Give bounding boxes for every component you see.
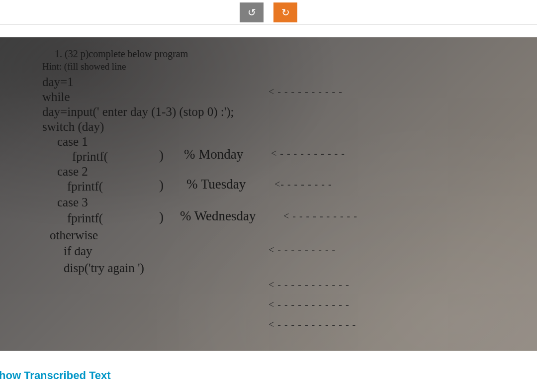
arrow-tuesday: <- - - - - - - - xyxy=(274,179,332,190)
code-case3: case 3 xyxy=(57,196,88,209)
code-fprintf1-close: ) xyxy=(159,148,164,163)
code-wednesday: % Wednesday xyxy=(180,208,256,224)
toolbar: ↺ ↻ xyxy=(0,0,537,25)
show-transcribed-link[interactable]: how Transcribed Text xyxy=(0,369,111,382)
code-fprintf3: fprintf( xyxy=(67,211,103,225)
hint-line: Hint: (fill showed line xyxy=(42,61,126,72)
code-tuesday: % Tuesday xyxy=(186,177,246,192)
rotate-right-button[interactable]: ↻ xyxy=(273,2,297,22)
code-case2: case 2 xyxy=(57,165,88,179)
code-while: while xyxy=(42,90,70,104)
code-day-eq-1: day=1 xyxy=(42,75,74,89)
question-title: 1. (32 p)complete below program xyxy=(55,48,188,60)
rotate-left-icon: ↺ xyxy=(248,6,256,18)
arrow-monday: < - - - - - - - - - - xyxy=(271,148,345,159)
arrow-wednesday: < - - - - - - - - - - xyxy=(283,210,358,222)
code-fprintf3-close: ) xyxy=(159,209,164,225)
code-fprintf2-close: ) xyxy=(159,178,164,193)
code-otherwise: otherwise xyxy=(50,228,98,242)
arrow-end3: < - - - - - - - - - - - - xyxy=(268,319,356,330)
code-fprintf2: fprintf( xyxy=(67,180,103,194)
code-case1: case 1 xyxy=(57,135,88,149)
arrow-while: < - - - - - - - - - - xyxy=(268,86,343,98)
code-disp: disp('try again ') xyxy=(64,261,144,275)
question-photo[interactable]: 1. (32 p)complete below program Hint: (f… xyxy=(0,37,537,351)
code-fprintf1: fprintf( xyxy=(72,150,108,164)
code-input: day=input(' enter day (1-3) (stop 0) :')… xyxy=(42,105,234,119)
arrow-ifday: < - - - - - - - - - xyxy=(268,244,336,256)
arrow-end1: < - - - - - - - - - - - xyxy=(268,279,350,291)
code-switch: switch (day) xyxy=(42,120,104,134)
rotate-right-icon: ↻ xyxy=(281,6,290,18)
arrow-end2: < - - - - - - - - - - - xyxy=(268,299,350,310)
code-monday: % Monday xyxy=(184,147,243,162)
rotate-left-button[interactable]: ↺ xyxy=(240,2,264,22)
code-ifday: if day xyxy=(64,244,92,258)
photo-container: 1. (32 p)complete below program Hint: (f… xyxy=(0,37,537,351)
bottom-section: how Transcribed Text xyxy=(0,351,537,392)
